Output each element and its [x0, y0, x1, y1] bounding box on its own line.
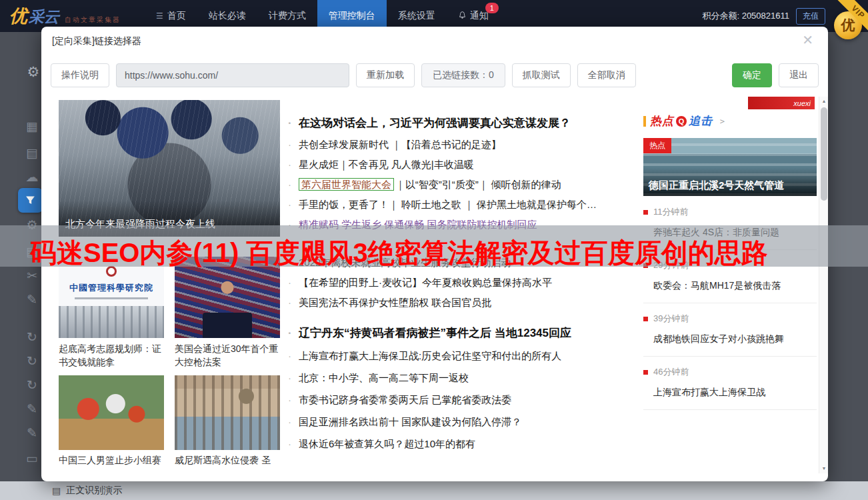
main-news-photo[interactable]: 北方今年来最强降雨过程今夜上线: [59, 100, 280, 237]
hot-news-link[interactable]: 成都地铁回应女子对小孩跳艳舞: [643, 333, 817, 345]
photo-caption: 北方今年来最强降雨过程今夜上线: [59, 201, 280, 237]
grab-test-button[interactable]: 抓取测试: [512, 63, 571, 87]
refresh-icon[interactable]: ↻: [24, 353, 40, 369]
edit-icon[interactable]: ✎: [24, 401, 40, 417]
thumb-caption[interactable]: 起底高考志愿规划师：证书交钱就能拿: [59, 342, 164, 369]
funnel-filter-button[interactable]: [18, 188, 43, 213]
url-input[interactable]: [116, 63, 349, 87]
news-link[interactable]: 手里的饭，更香了！｜ 聆听土地之歌 ｜ 保护黑土地就是保护每个…: [287, 195, 635, 215]
close-icon[interactable]: ✕: [802, 33, 813, 47]
modal-title: [定向采集]链接选择器: [52, 35, 141, 47]
refresh-icon[interactable]: ↻: [24, 377, 40, 393]
hot-news-list: 11分钟前 奔驰车起火 4S店：非质量问题 29分钟前 欧委会：马航MH17是被…: [643, 197, 817, 410]
news-link[interactable]: 辽宁丹东“持黄码者看病被拦”事件之后 当地12345回应: [287, 322, 635, 345]
gear-icon[interactable]: ⚙: [24, 217, 40, 233]
vip-ribbon: VIP: [829, 0, 868, 39]
watermark-text: 码迷SEO内参(11) 百度飓风3绝密算法解密及过百度原创的思路: [30, 235, 768, 271]
red-square-icon: [643, 210, 648, 215]
news-link[interactable]: 退休近6年被查算久吗？超过10年的都有: [287, 433, 635, 455]
news-link[interactable]: 上海宣布打赢大上海保卫战:历史会记住坚守和付出的所有人: [287, 345, 635, 367]
confirm-button[interactable]: 确定: [732, 63, 772, 87]
news-link[interactable]: 市委书记跻身省委常委两天后 已掌舵省委政法委: [287, 389, 635, 411]
refresh-icon[interactable]: ↻: [24, 329, 40, 345]
hot-label: 热点: [650, 113, 674, 129]
vip-label: VIP: [837, 0, 868, 33]
cancel-all-button[interactable]: 全部取消: [577, 63, 636, 87]
hot-topics-header[interactable]: 热点 Q 追击 ＞: [643, 113, 727, 129]
logo-accent: 优: [9, 4, 27, 28]
news-link[interactable]: 国足亚洲排名跌出前十 国家队建设为何陷入停滞？: [287, 411, 635, 433]
institute-building-image: [59, 306, 164, 338]
hot-news-item: 39分钟前 成都地铁回应女子对小孩跳艳舞: [643, 303, 817, 357]
navbar-right: 积分余额: 2050821611 充值: [702, 8, 825, 25]
promo-banner[interactable]: xuexi: [748, 97, 815, 109]
edit-icon[interactable]: ✎: [24, 292, 40, 307]
news-link[interactable]: 星火成炬｜不舍再见 凡人微光|丰收温暖: [287, 155, 635, 175]
selected-link-box[interactable]: 第六届世界智能大会: [299, 178, 394, 191]
thumb-captions-1: 起底高考志愿规划师：证书交钱就能拿 美国会通过近30年首个重大控枪法案: [59, 342, 280, 369]
funnel-icon: [25, 195, 36, 206]
scrollbar-thumb[interactable]: [821, 107, 827, 201]
scroll-down-icon[interactable]: ▼: [819, 464, 829, 473]
news-link[interactable]: 美国宪法不再保护女性堕胎权 联合国官员批: [287, 293, 635, 313]
list-icon[interactable]: ▤: [24, 145, 40, 161]
news-link[interactable]: 精准赋码 学生返乡 保通保畅 国务院联防联控机制回应: [287, 215, 635, 235]
bell-icon: [458, 11, 467, 22]
hot-timestamp: 46分钟前: [643, 366, 817, 378]
hot-timestamp: 39分钟前: [643, 313, 817, 325]
app-logo[interactable]: 优 采云 自动文章采集器: [9, 4, 121, 28]
cloud-icon[interactable]: ☁: [24, 169, 40, 185]
embedded-webpage: xuexi 北方今年来最强降雨过程今夜上线 中國管理科學研究院 起底高考志愿规划…: [59, 97, 817, 473]
hot-news-link[interactable]: 上海宣布打赢大上海保卫战: [643, 387, 817, 399]
content-scrollbar[interactable]: ▲ ▼: [819, 97, 828, 473]
hot-topic-image[interactable]: 热点 德国正重启北溪2号天然气管道: [643, 138, 817, 196]
news-link[interactable]: 【在希望的田野上·麦收记】今年夏粮收购总量保持高水平: [287, 273, 635, 293]
gear-icon[interactable]: ⚙: [25, 64, 41, 80]
hot-timestamp: 11分钟前: [643, 206, 817, 218]
thumb-row-2: [59, 375, 280, 450]
edit-icon[interactable]: ✎: [24, 425, 40, 441]
hot-image-caption: 德国正重启北溪2号天然气管道: [643, 167, 817, 196]
background-row-article-demo[interactable]: ▤ 正文识别演示: [0, 481, 868, 500]
news-link[interactable]: 共创全球发展新时代 ｜【沿着总书记的足迹】: [287, 135, 635, 155]
logo-text: 采云: [29, 7, 59, 27]
selected-count-box: 已选链接数：0: [421, 63, 505, 87]
thumb-captions-2: 中国三人男篮止步小组赛 威尼斯遇高水位侵袭 圣: [59, 453, 280, 467]
modal-toolbar: 操作说明 重新加载 已选链接数：0 抓取测试 全部取消 确定 退出: [41, 63, 828, 87]
notification-badge: 1: [485, 3, 499, 13]
thumb-caption[interactable]: 中国三人男篮止步小组赛: [59, 453, 164, 467]
news-list: 在这场对话会上，习近平为何强调要真心实意谋发展？ 共创全球发展新时代 ｜【沿着总…: [287, 112, 635, 455]
venice-thumbnail[interactable]: [175, 375, 280, 450]
news-link[interactable]: 北京：中小学、高一高二等下周一返校: [287, 367, 635, 389]
chart-icon[interactable]: ▦: [24, 119, 40, 134]
exit-button[interactable]: 退出: [779, 63, 819, 87]
hot-news-link[interactable]: 欧委会：马航MH17是被俄击落: [643, 280, 817, 292]
reload-button[interactable]: 重新加载: [356, 63, 415, 87]
chevron-right-icon: ＞: [718, 115, 727, 127]
thumb-caption[interactable]: 美国会通过近30年首个重大控枪法案: [175, 342, 280, 369]
hot-logo-icon: Q: [676, 116, 687, 127]
article-demo-label: 正文识别演示: [66, 485, 122, 497]
hot-tag-badge: 热点: [643, 138, 671, 153]
chase-label: 追击: [689, 113, 713, 129]
hot-news-item: 46分钟前 上海宣布打赢大上海保卫战: [643, 357, 817, 410]
recharge-button[interactable]: 充值: [796, 8, 825, 25]
document-icon: ▤: [52, 485, 61, 496]
balance-label: 积分余额: 2050821611: [702, 10, 789, 22]
basketball-thumbnail[interactable]: [59, 375, 164, 450]
thumb-caption[interactable]: 威尼斯遇高水位侵袭 圣: [175, 453, 280, 467]
institute-name: 中國管理科學研究院: [69, 282, 153, 294]
scroll-up-icon[interactable]: ▲: [819, 97, 829, 106]
help-button[interactable]: 操作说明: [51, 63, 109, 87]
logo-subtitle: 自动文章采集器: [65, 15, 121, 25]
news-link-selected[interactable]: 第六届世界智能大会｜以“智变”引“质变”｜ 倾听创新的律动: [287, 175, 635, 195]
news-link[interactable]: 在这场对话会上，习近平为何强调要真心实意谋发展？: [287, 112, 635, 135]
institute-divider: [75, 297, 148, 299]
red-square-icon: [643, 317, 648, 321]
hamburger-icon: ☰: [156, 11, 163, 21]
red-square-icon: [643, 370, 648, 375]
server-icon[interactable]: ▭: [24, 451, 40, 466]
yellow-bar-icon: [643, 116, 646, 127]
